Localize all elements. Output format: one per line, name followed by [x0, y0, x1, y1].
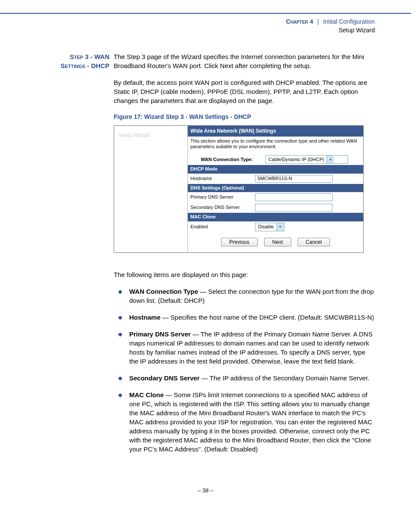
secondary-dns-input[interactable]: [255, 204, 333, 212]
figure-sidebar-label: Setup Wizard: [118, 132, 149, 138]
list-item: Hostname — Specifies the host name of th…: [114, 313, 375, 330]
item-term: MAC Clone: [129, 391, 164, 398]
previous-button[interactable]: Previous: [221, 238, 258, 247]
conn-type-row: WAN Connection Type: Cable/Dynamic IP (D…: [188, 154, 363, 165]
hostname-input[interactable]: SMCWBR11S-N: [255, 175, 333, 183]
conn-type-value: Cable/Dynamic IP (DHCP): [266, 156, 327, 163]
mac-clone-bar: MAC Clone: [188, 213, 363, 221]
page-number: – 38 –: [36, 487, 375, 494]
conn-type-select[interactable]: Cable/Dynamic IP (DHCP) ▾: [265, 155, 348, 164]
panel-description: This section allows you to configure the…: [188, 137, 363, 154]
side-heading-line1: Step 3 - WAN: [70, 53, 109, 60]
header-separator: |: [315, 18, 322, 25]
header-rule: [0, 13, 411, 14]
item-term: Primary DNS Server: [129, 330, 191, 338]
mac-enabled-value: Disable: [255, 224, 277, 230]
list-item: Primary DNS Server — The IP address of t…: [114, 330, 375, 373]
figure-frame: Setup Wizard Wide Area Network (WAN) Set…: [114, 125, 364, 253]
chevron-down-icon: ▾: [327, 156, 334, 163]
item-desc: — The IP address of the Secondary Domain…: [199, 374, 369, 382]
primary-dns-input[interactable]: [255, 193, 333, 201]
post-figure-intro: The following items are displayed on thi…: [114, 270, 375, 279]
dhcp-mode-bar: DHCP Mode: [188, 165, 363, 173]
conn-type-label: WAN Connection Type:: [190, 156, 265, 163]
item-desc: — Specifies the host name of the DHCP cl…: [161, 314, 374, 321]
primary-dns-label: Primary DNS Server: [190, 194, 255, 200]
side-heading-line2: Settings - DHCP: [60, 62, 109, 69]
dns-settings-bar: DNS Settings (Optional): [188, 184, 363, 192]
chapter-label: Chapter 4: [286, 18, 313, 25]
hostname-value: SMCWBR11S-N: [257, 175, 292, 182]
page-header: Chapter 4 | Initial Configuration Setup …: [36, 0, 375, 35]
description-list: WAN Connection Type — Select the connect…: [114, 287, 375, 461]
figure-sidebar: Setup Wizard: [114, 126, 188, 252]
hostname-row: Hostname SMCWBR11S-N: [188, 174, 363, 184]
secondary-dns-row: Secondary DNS Server: [188, 202, 363, 213]
hostname-label: Hostname: [190, 175, 255, 182]
cancel-button[interactable]: Cancel: [298, 238, 330, 247]
mac-enabled-row: Enabled Disable ▾: [188, 221, 363, 233]
mac-enabled-select[interactable]: Disable ▾: [255, 223, 284, 231]
item-term: Secondary DNS Server: [129, 374, 199, 382]
intro-paragraph-1: The Step 3 page of the Wizard specifies …: [114, 52, 375, 70]
chevron-down-icon: ▾: [277, 223, 284, 231]
item-desc: — Some ISPs limit Internet connections t…: [129, 391, 372, 453]
section-title: Initial Configuration: [323, 18, 375, 25]
figure-caption: Figure 17: Wizard Step 3 - WAN Settings …: [114, 113, 375, 121]
secondary-dns-label: Secondary DNS Server: [190, 204, 255, 211]
list-item: Secondary DNS Server — The IP address of…: [114, 373, 375, 390]
figure-main: Wide Area Network (WAN) Settings This se…: [188, 126, 363, 252]
list-item: MAC Clone — Some ISPs limit Internet con…: [114, 390, 375, 461]
panel-title: Wide Area Network (WAN) Settings: [188, 126, 363, 137]
next-button[interactable]: Next: [264, 238, 291, 247]
subsection-title: Setup Wizard: [339, 27, 375, 34]
item-term: WAN Connection Type: [129, 288, 198, 295]
wizard-button-row: Previous Next Cancel: [188, 233, 363, 253]
side-heading: Step 3 - WAN Settings - DHCP: [36, 52, 114, 70]
intro-paragraph-2: By default, the access point WAN port is…: [114, 78, 375, 105]
list-item: WAN Connection Type — Select the connect…: [114, 287, 375, 313]
item-term: Hostname: [129, 314, 161, 321]
mac-enabled-label: Enabled: [190, 224, 255, 230]
primary-dns-row: Primary DNS Server: [188, 192, 363, 202]
